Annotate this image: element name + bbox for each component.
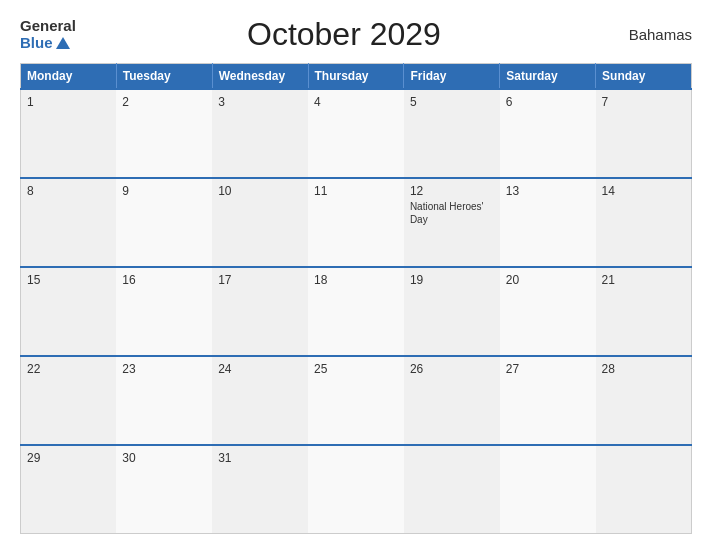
day-number: 1 [27, 95, 110, 109]
calendar-cell: 8 [21, 178, 117, 267]
calendar-cell: 28 [596, 356, 692, 445]
day-number: 18 [314, 273, 398, 287]
col-wednesday: Wednesday [212, 64, 308, 90]
day-number: 27 [506, 362, 590, 376]
calendar-header-row: Monday Tuesday Wednesday Thursday Friday… [21, 64, 692, 90]
calendar-title: October 2029 [76, 16, 612, 53]
col-saturday: Saturday [500, 64, 596, 90]
calendar-cell: 5 [404, 89, 500, 178]
logo: General Blue [20, 18, 76, 51]
calendar-cell: 24 [212, 356, 308, 445]
calendar-cell: 10 [212, 178, 308, 267]
calendar-cell: 19 [404, 267, 500, 356]
day-number: 6 [506, 95, 590, 109]
calendar-table: Monday Tuesday Wednesday Thursday Friday… [20, 63, 692, 534]
calendar-cell: 26 [404, 356, 500, 445]
calendar-cell: 9 [116, 178, 212, 267]
calendar-week-row: 89101112National Heroes' Day1314 [21, 178, 692, 267]
header: General Blue October 2029 Bahamas [20, 16, 692, 53]
day-number: 26 [410, 362, 494, 376]
calendar-cell: 1 [21, 89, 117, 178]
day-number: 25 [314, 362, 398, 376]
calendar-cell [596, 445, 692, 534]
day-number: 16 [122, 273, 206, 287]
calendar-week-row: 22232425262728 [21, 356, 692, 445]
logo-triangle-icon [56, 37, 70, 49]
calendar-cell: 31 [212, 445, 308, 534]
calendar-cell: 22 [21, 356, 117, 445]
day-number: 3 [218, 95, 302, 109]
calendar-cell: 13 [500, 178, 596, 267]
calendar-cell: 12National Heroes' Day [404, 178, 500, 267]
calendar-cell: 7 [596, 89, 692, 178]
day-number: 7 [602, 95, 685, 109]
calendar-cell: 2 [116, 89, 212, 178]
day-number: 5 [410, 95, 494, 109]
calendar-cell: 17 [212, 267, 308, 356]
day-number: 29 [27, 451, 110, 465]
col-tuesday: Tuesday [116, 64, 212, 90]
page: General Blue October 2029 Bahamas Monday… [0, 0, 712, 550]
calendar-cell: 29 [21, 445, 117, 534]
day-number: 19 [410, 273, 494, 287]
calendar-cell: 11 [308, 178, 404, 267]
calendar-cell: 30 [116, 445, 212, 534]
day-number: 13 [506, 184, 590, 198]
calendar-cell [404, 445, 500, 534]
day-number: 14 [602, 184, 685, 198]
calendar-body: 123456789101112National Heroes' Day13141… [21, 89, 692, 534]
day-number: 9 [122, 184, 206, 198]
calendar-week-row: 293031 [21, 445, 692, 534]
day-event: National Heroes' Day [410, 200, 494, 226]
col-monday: Monday [21, 64, 117, 90]
calendar-cell [500, 445, 596, 534]
calendar-cell: 20 [500, 267, 596, 356]
day-number: 2 [122, 95, 206, 109]
day-number: 17 [218, 273, 302, 287]
calendar-cell: 6 [500, 89, 596, 178]
calendar-cell: 15 [21, 267, 117, 356]
calendar-cell [308, 445, 404, 534]
col-sunday: Sunday [596, 64, 692, 90]
calendar-cell: 21 [596, 267, 692, 356]
day-number: 15 [27, 273, 110, 287]
day-number: 23 [122, 362, 206, 376]
calendar-cell: 27 [500, 356, 596, 445]
logo-blue-text: Blue [20, 35, 76, 52]
day-number: 28 [602, 362, 685, 376]
calendar-cell: 23 [116, 356, 212, 445]
day-number: 12 [410, 184, 494, 198]
logo-general-text: General [20, 18, 76, 35]
day-number: 31 [218, 451, 302, 465]
day-number: 8 [27, 184, 110, 198]
day-number: 22 [27, 362, 110, 376]
day-number: 10 [218, 184, 302, 198]
day-number: 24 [218, 362, 302, 376]
calendar-cell: 16 [116, 267, 212, 356]
calendar-cell: 14 [596, 178, 692, 267]
day-number: 30 [122, 451, 206, 465]
day-number: 21 [602, 273, 685, 287]
calendar-week-row: 1234567 [21, 89, 692, 178]
calendar-week-row: 15161718192021 [21, 267, 692, 356]
calendar-cell: 25 [308, 356, 404, 445]
calendar-cell: 18 [308, 267, 404, 356]
country-label: Bahamas [612, 26, 692, 43]
day-number: 20 [506, 273, 590, 287]
calendar-cell: 4 [308, 89, 404, 178]
col-friday: Friday [404, 64, 500, 90]
col-thursday: Thursday [308, 64, 404, 90]
calendar-cell: 3 [212, 89, 308, 178]
day-number: 11 [314, 184, 398, 198]
day-number: 4 [314, 95, 398, 109]
